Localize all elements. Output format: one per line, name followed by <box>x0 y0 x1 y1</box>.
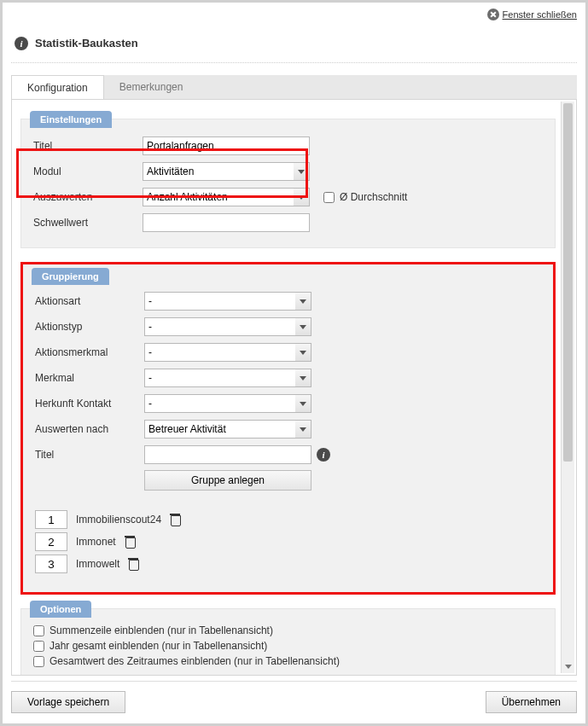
group-order-input[interactable] <box>35 555 67 573</box>
button-vorlage-speichern[interactable]: Vorlage speichern <box>11 691 125 713</box>
close-window-link[interactable]: Fenster schließen <box>487 9 577 20</box>
group-item-name: Immonet <box>76 536 116 548</box>
divider <box>11 62 577 63</box>
select-auswerten-nach[interactable]: Betreuer Aktivität <box>144 420 311 439</box>
group-order-input[interactable] <box>35 532 67 551</box>
select-modul[interactable]: Aktivitäten <box>143 162 310 181</box>
checkbox-durchschnitt[interactable] <box>323 192 335 203</box>
scroll-thumb[interactable] <box>563 103 573 462</box>
label-aktionsmerkmal: Aktionsmerkmal <box>35 346 144 358</box>
group-order-input[interactable] <box>35 510 67 529</box>
group-item: Immowelt <box>35 555 541 573</box>
group-list: Immobilienscout24 Immonet Immowelt <box>35 510 541 573</box>
label-aktionsart: Aktionsart <box>35 295 144 307</box>
input-titel[interactable] <box>143 136 310 155</box>
select-aktionsmerkmal[interactable]: - <box>144 343 311 362</box>
section-tag-gruppierung: Gruppierung <box>32 268 109 285</box>
group-item: Immonet <box>35 532 541 551</box>
select-merkmal[interactable]: - <box>144 369 311 387</box>
trash-icon[interactable] <box>125 536 135 548</box>
section-tag-optionen: Optionen <box>30 601 91 618</box>
label-gesamtwert: Gesamtwert des Zeitraumes einblenden (nu… <box>49 655 340 667</box>
section-optionen: Optionen Summenzeile einblenden (nur in … <box>20 608 556 676</box>
label-aktionstyp: Aktionstyp <box>35 321 144 333</box>
label-auswerten-nach: Auswerten nach <box>35 423 144 435</box>
label-durchschnitt: Ø Durchschnitt <box>340 191 407 203</box>
label-auszuwerten: Auszuwerten <box>33 191 143 203</box>
close-window-label: Fenster schließen <box>503 9 577 20</box>
checkbox-durchschnitt-wrap[interactable]: Ø Durchschnitt <box>323 191 407 203</box>
checkbox-jahr[interactable] <box>33 641 44 652</box>
select-aktionsart[interactable]: - <box>144 292 311 311</box>
trash-icon[interactable] <box>128 558 138 570</box>
label-merkmal: Merkmal <box>35 372 144 384</box>
group-item: Immobilienscout24 <box>35 510 541 529</box>
label-herkunft: Herkunft Kontakt <box>35 398 144 409</box>
label-summenzeile: Summenzeile einblenden (nur in Tabellena… <box>49 624 273 636</box>
checkbox-summenzeile[interactable] <box>33 625 44 636</box>
section-tag-einstellungen: Einstellungen <box>30 111 112 128</box>
group-item-name: Immobilienscout24 <box>76 514 161 526</box>
section-einstellungen: Einstellungen Titel Modul Aktivitäten Au… <box>20 119 556 248</box>
close-icon <box>487 9 499 20</box>
label-schwellwert: Schwellwert <box>33 217 143 229</box>
page-title: Statistik-Baukasten <box>35 37 138 49</box>
input-gruppe-titel[interactable] <box>144 445 311 464</box>
tab-bemerkungen[interactable]: Bemerkungen <box>104 75 199 100</box>
info-icon: i <box>15 37 28 50</box>
checkbox-gesamtwert[interactable] <box>33 656 44 667</box>
button-uebernehmen[interactable]: Übernehmen <box>486 691 577 713</box>
tab-konfiguration[interactable]: Konfiguration <box>11 75 104 100</box>
select-auszuwerten[interactable]: Anzahl Aktivitäten <box>143 188 310 206</box>
scrollbar[interactable] <box>561 102 574 673</box>
tab-bar: Konfiguration Bemerkungen <box>11 75 577 101</box>
select-herkunft[interactable]: - <box>144 394 311 413</box>
group-item-name: Immowelt <box>76 558 119 570</box>
trash-icon[interactable] <box>170 514 180 526</box>
info-icon[interactable]: i <box>317 448 330 462</box>
label-jahr: Jahr gesamt einblenden (nur in Tabellena… <box>49 640 267 652</box>
label-modul: Modul <box>33 166 143 177</box>
label-gruppe-titel: Titel <box>35 449 144 461</box>
input-schwellwert[interactable] <box>143 213 310 232</box>
button-gruppe-anlegen[interactable]: Gruppe anlegen <box>144 470 311 491</box>
select-aktionstyp[interactable]: - <box>144 317 311 336</box>
scroll-down-icon[interactable] <box>562 659 574 673</box>
section-gruppierung: Gruppierung Aktionsart - Aktionstyp - Ak… <box>20 262 556 595</box>
label-titel: Titel <box>33 140 143 152</box>
